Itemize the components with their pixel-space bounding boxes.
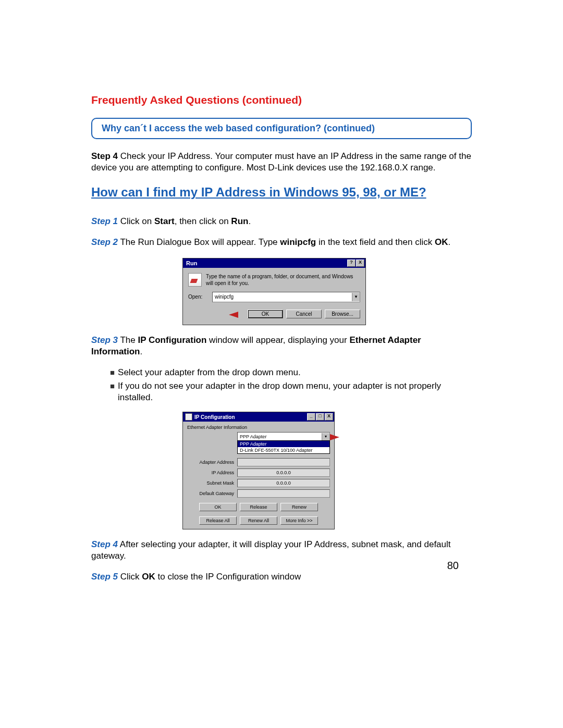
intro-paragraph: Step 4 Check your IP Address. Your compu…: [91, 151, 472, 174]
step5-end: to close the IP Configuration window: [155, 572, 301, 582]
list-item: ■ Select your adapter from the drop down…: [110, 367, 472, 378]
renew-button[interactable]: Renew: [280, 503, 318, 511]
bullet-text-2: If you do not see your adapter in the dr…: [118, 380, 472, 403]
step1-label: Step 1: [91, 216, 118, 226]
step3-b1: IP Configuration: [138, 335, 206, 345]
ipconfig-title: IP Configuration: [194, 414, 235, 420]
step2-mid: in the text field and then click: [316, 237, 435, 247]
step2-label: Step 2: [91, 237, 118, 247]
chevron-down-icon[interactable]: ▼: [352, 293, 360, 301]
step3-end: .: [140, 347, 143, 356]
ipconfig-app-icon: [185, 413, 192, 421]
step3-label: Step 3: [91, 335, 118, 345]
chevron-down-icon[interactable]: ▼: [322, 433, 329, 440]
arrow-annotation-icon: [229, 312, 238, 318]
step1-b1: Start: [154, 216, 175, 226]
step1-b2: Run: [231, 216, 248, 226]
step5-b1: OK: [142, 572, 155, 582]
bullet-icon: ■: [110, 367, 115, 378]
step1-pre: Click on: [118, 216, 154, 226]
run-title: Run: [186, 260, 197, 266]
step4b-label: Step 4: [91, 539, 118, 549]
ipconfig-titlebar: IP Configuration _ □ X: [183, 412, 334, 422]
step2-b2: OK: [435, 237, 448, 247]
help-icon[interactable]: ?: [347, 260, 356, 267]
cancel-button[interactable]: Cancel: [286, 310, 322, 318]
subnet-mask-label: Subnet Mask: [187, 480, 234, 486]
minimize-icon[interactable]: _: [307, 413, 315, 421]
step2-end: .: [448, 237, 450, 247]
step4-paragraph: Step 4 After selecting your adapter, it …: [91, 539, 472, 562]
step1-end: .: [248, 216, 251, 226]
step3-paragraph: Step 3 The IP Configuration window will …: [91, 335, 472, 357]
step2-pre: The Run Dialogue Box will appear. Type: [118, 237, 280, 247]
subnet-mask-value: 0.0.0.0: [237, 479, 330, 487]
renew-all-button[interactable]: Renew All: [240, 516, 277, 525]
bullet-text-1: Select your adapter from the drop down m…: [118, 367, 301, 378]
adapter-dropdown-list: PPP Adapter D-Link DFE-550TX 10/100 Adap…: [237, 440, 330, 454]
dropdown-option[interactable]: D-Link DFE-550TX 10/100 Adapter: [238, 447, 329, 453]
ipconfig-group-label: Ethernet Adapter Information: [187, 425, 330, 430]
faq-header: Frequently Asked Questions (continued): [91, 94, 472, 106]
maximize-icon[interactable]: □: [316, 413, 324, 421]
open-input[interactable]: winipcfg ▼: [212, 292, 360, 302]
adapter-address-row: Adapter Address: [187, 458, 330, 466]
step5-label: Step 5: [91, 572, 118, 582]
adapter-address-value: [237, 458, 330, 466]
run-description: Type the name of a program, folder, or d…: [206, 273, 360, 287]
close-icon[interactable]: X: [325, 413, 333, 421]
ok-button[interactable]: OK: [199, 503, 237, 511]
ipconfig-dialog: IP Configuration _ □ X Ethernet Adapter …: [182, 412, 335, 529]
step1-mid: , then click on: [175, 216, 231, 226]
intro-text: Check your IP Address. Your computer mus…: [91, 151, 471, 172]
default-gateway-label: Default Gateway: [187, 491, 234, 496]
release-all-button[interactable]: Release All: [199, 516, 237, 525]
step1-paragraph: Step 1 Click on Start, then click on Run…: [91, 216, 472, 227]
ok-button[interactable]: OK: [248, 310, 283, 318]
ip-address-label: IP Address: [187, 470, 234, 475]
more-info-button[interactable]: More Info >>: [280, 516, 318, 525]
page-number: 80: [447, 560, 459, 572]
step4-label: Step 4: [91, 151, 118, 161]
step3-mid: window will appear, displaying your: [206, 335, 349, 345]
step3-pre: The: [118, 335, 138, 345]
step2-paragraph: Step 2 The Run Dialogue Box will appear.…: [91, 237, 472, 248]
step5-paragraph: Step 5 Click OK to close the IP Configur…: [91, 571, 472, 583]
run-dialog: Run ? X Type the name of a program, fold…: [182, 258, 366, 325]
ip-address-value: 0.0.0.0: [237, 468, 330, 477]
run-icon: [188, 273, 202, 287]
bullet-list: ■ Select your adapter from the drop down…: [110, 367, 472, 403]
subsection-title: Why can´t I access the web based configu…: [102, 123, 461, 134]
release-button[interactable]: Release: [240, 503, 277, 511]
step5-pre: Click: [118, 572, 142, 582]
bullet-icon: ■: [110, 380, 115, 403]
list-item: ■ If you do not see your adapter in the …: [110, 380, 472, 403]
dropdown-option[interactable]: PPP Adapter: [238, 441, 329, 447]
subnet-mask-row: Subnet Mask 0.0.0.0: [187, 479, 330, 487]
ip-address-row: IP Address 0.0.0.0: [187, 468, 330, 477]
open-label: Open:: [188, 294, 207, 300]
browse-button[interactable]: Browse...: [325, 310, 360, 318]
adapter-address-label: Adapter Address: [187, 460, 234, 465]
default-gateway-row: Default Gateway: [187, 489, 330, 498]
section-heading: How can I find my IP Address in Windows …: [91, 184, 472, 200]
arrow-annotation-icon: [330, 434, 339, 440]
close-icon[interactable]: X: [356, 260, 364, 267]
step4-text: After selecting your adapter, it will di…: [91, 539, 451, 561]
run-titlebar: Run ? X: [183, 258, 365, 268]
subsection-box: Why can´t I access the web based configu…: [91, 118, 472, 139]
open-input-value: winipcfg: [213, 294, 352, 300]
step2-b1: winipcfg: [280, 237, 316, 247]
default-gateway-value: [237, 489, 330, 498]
adapter-selected-value: PPP Adapter: [238, 434, 322, 439]
